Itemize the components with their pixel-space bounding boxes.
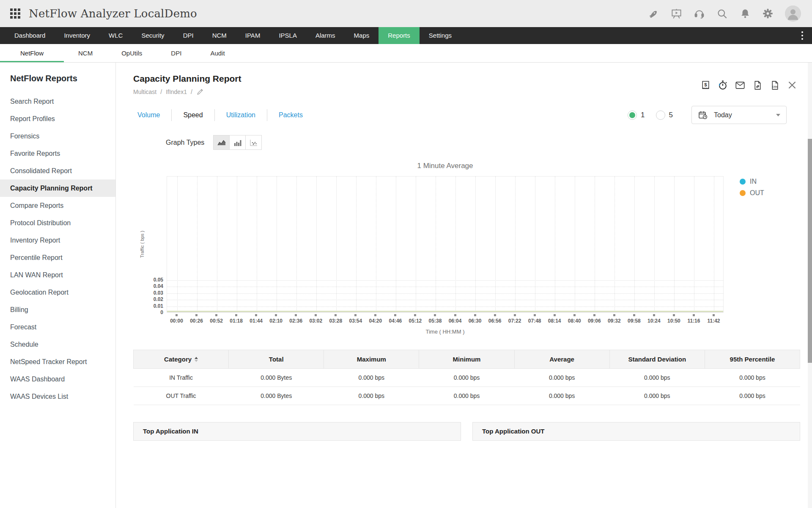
nav-item-dpi[interactable]: DPI <box>174 27 203 44</box>
sidebar-item-billing[interactable]: Billing <box>0 301 115 318</box>
user-avatar[interactable] <box>785 6 801 22</box>
cost-icon[interactable]: $ <box>700 80 711 91</box>
x-tick-label: 04:20 <box>369 318 382 324</box>
sidebar-item-consolidated-report[interactable]: Consolidated Report <box>0 162 115 179</box>
column-header-category[interactable]: Category <box>134 350 229 369</box>
column-header-average[interactable]: Average <box>514 350 609 369</box>
sidebar-item-schedule[interactable]: Schedule <box>0 336 115 353</box>
nav-item-dashboard[interactable]: Dashboard <box>5 27 55 44</box>
sidebar-item-percentile-report[interactable]: Percentile Report <box>0 249 115 266</box>
row-value: 0.000 Bytes <box>229 387 324 405</box>
report-history-icon[interactable] <box>717 80 728 91</box>
graph-types-row: Graph Types <box>166 135 812 150</box>
top-application-in-panel[interactable]: Top Application IN <box>133 422 461 441</box>
x-tick-label: 00:00 <box>170 318 183 324</box>
breadcrumb-device[interactable]: Multicast <box>133 88 156 95</box>
legend-item-in[interactable]: IN <box>740 178 764 185</box>
sidebar-item-forensics[interactable]: Forensics <box>0 127 115 145</box>
series-zero-line <box>167 311 723 312</box>
subnav-item-ncm[interactable]: NCM <box>64 44 107 62</box>
apps-grid-icon[interactable] <box>10 8 20 19</box>
graph-type-bar-chart-button[interactable] <box>229 135 246 150</box>
graph-type-area-chart-button[interactable] <box>213 135 230 150</box>
nav-item-wlc[interactable]: WLC <box>99 27 132 44</box>
notifications-bell-icon[interactable] <box>739 8 751 19</box>
nav-item-ipam[interactable]: IPAM <box>236 27 270 44</box>
export-pdf-icon[interactable] <box>752 80 763 91</box>
row-value: 0.000 bps <box>609 369 705 387</box>
x-tick-label: 00:52 <box>210 318 223 324</box>
sidebar-item-waas-devices-list[interactable]: WAAS Devices List <box>0 388 115 405</box>
sidebar-item-report-profiles[interactable]: Report Profiles <box>0 110 115 127</box>
sort-icon[interactable] <box>195 357 198 362</box>
graph-type-scatter-chart-button[interactable] <box>245 135 262 150</box>
radio-1[interactable] <box>628 110 637 120</box>
column-header-95th-percentile[interactable]: 95th Percentile <box>705 350 800 369</box>
x-tick-label: 04:46 <box>389 318 402 324</box>
subnav-item-dpi[interactable]: DPI <box>156 44 196 62</box>
nav-item-alarms[interactable]: Alarms <box>306 27 345 44</box>
granularity-option-1[interactable]: 1 <box>628 110 645 120</box>
tab-utilization[interactable]: Utilization <box>215 109 267 121</box>
x-gridline <box>316 177 317 312</box>
demo-video-icon[interactable] <box>671 8 682 19</box>
sidebar-item-search-report[interactable]: Search Report <box>0 93 115 110</box>
column-header-total[interactable]: Total <box>229 350 324 369</box>
sidebar-item-lan-wan-report[interactable]: LAN WAN Report <box>0 266 115 284</box>
column-header-minimum[interactable]: Minimum <box>419 350 514 369</box>
top-application-out-panel[interactable]: Top Application OUT <box>472 422 800 441</box>
nav-item-reports[interactable]: Reports <box>379 27 420 44</box>
tab-packets[interactable]: Packets <box>267 109 314 121</box>
rocket-icon[interactable] <box>648 8 659 19</box>
subnav-item-audit[interactable]: Audit <box>196 44 239 62</box>
edit-pencil-icon[interactable] <box>196 88 204 96</box>
nav-item-security[interactable]: Security <box>132 27 173 44</box>
x-tick-mark <box>693 314 695 316</box>
x-gridline <box>694 177 694 312</box>
email-icon[interactable] <box>735 80 746 91</box>
tab-volume[interactable]: Volume <box>133 109 172 121</box>
sidebar-item-compare-reports[interactable]: Compare Reports <box>0 197 115 214</box>
close-icon[interactable] <box>787 80 798 91</box>
sidebar-item-protocol-distribution[interactable]: Protocol Distribution <box>0 214 115 232</box>
export-csv-icon[interactable]: CSV <box>769 80 780 91</box>
granularity-option-5[interactable]: 5 <box>656 110 673 120</box>
sidebar-item-netspeed-tracker-report[interactable]: NetSpeed Tracker Report <box>0 353 115 370</box>
subnav-item-oputils[interactable]: OpUtils <box>107 44 156 62</box>
scrollbar-thumb[interactable] <box>808 139 812 363</box>
x-tick-label: 06:56 <box>488 318 502 324</box>
column-header-maximum[interactable]: Maximum <box>324 350 419 369</box>
x-tick-label: 10:24 <box>647 318 661 324</box>
time-range-dropdown[interactable]: Today <box>691 106 787 124</box>
row-value: 0.000 bps <box>705 387 800 405</box>
row-value: 0.000 bps <box>514 387 609 405</box>
chart-plot-area[interactable] <box>167 176 724 312</box>
x-gridline <box>634 177 635 312</box>
sidebar-item-capacity-planning-report[interactable]: Capacity Planning Report <box>0 179 115 197</box>
sidebar-item-forecast[interactable]: Forecast <box>0 318 115 336</box>
nav-item-ipsla[interactable]: IPSLA <box>269 27 306 44</box>
x-tick-mark <box>215 314 217 316</box>
nav-item-maps[interactable]: Maps <box>345 27 379 44</box>
nav-item-inventory[interactable]: Inventory <box>55 27 99 44</box>
sidebar-item-geolocation-report[interactable]: Geolocation Report <box>0 284 115 301</box>
support-headset-icon[interactable] <box>694 8 705 19</box>
breadcrumb-interface[interactable]: IfIndex1 <box>166 88 187 95</box>
x-tick-mark <box>235 314 237 316</box>
vertical-scrollbar[interactable] <box>808 63 812 508</box>
subnav-item-netflow[interactable]: NetFlow <box>0 44 64 62</box>
graph-type-buttons <box>214 135 262 150</box>
column-header-standard-deviation[interactable]: Standard Deviation <box>609 350 705 369</box>
sidebar-item-inventory-report[interactable]: Inventory Report <box>0 232 115 249</box>
settings-gear-icon[interactable] <box>762 8 774 19</box>
radio-5[interactable] <box>656 110 665 120</box>
nav-item-settings[interactable]: Settings <box>420 27 461 44</box>
sidebar-item-waas-dashboard[interactable]: WAAS Dashboard <box>0 370 115 388</box>
sidebar-item-favorite-reports[interactable]: Favorite Reports <box>0 145 115 162</box>
legend-item-out[interactable]: OUT <box>740 189 764 197</box>
x-tick-mark <box>653 314 655 316</box>
nav-item-ncm[interactable]: NCM <box>203 27 236 44</box>
tab-speed[interactable]: Speed <box>172 109 214 121</box>
search-icon[interactable] <box>716 8 728 19</box>
nav-overflow-kebab-icon[interactable] <box>798 27 806 44</box>
